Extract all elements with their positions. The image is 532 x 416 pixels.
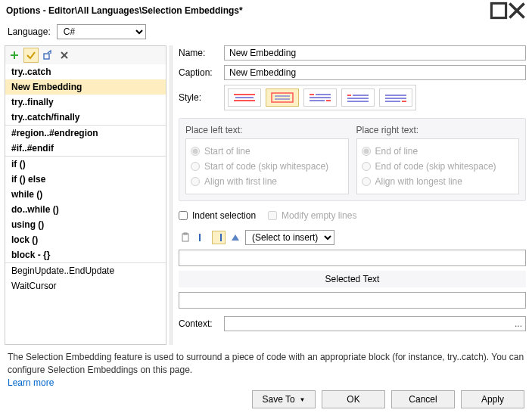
- list-item[interactable]: do..while (): [5, 202, 166, 217]
- add-icon[interactable]: [7, 48, 22, 63]
- place-right-box: Place right text: End of line End of cod…: [356, 125, 520, 194]
- check-icon[interactable]: [23, 48, 39, 63]
- triangle-up-icon[interactable]: [229, 231, 242, 244]
- list-item[interactable]: try..finally: [5, 95, 166, 110]
- right-opt-1-label: End of code (skip whitespace): [375, 161, 496, 172]
- list-item[interactable]: WaitCursor: [5, 278, 166, 293]
- list-toolbar: [5, 46, 166, 64]
- left-opt-1-label: Start of code (skip whitespace): [204, 161, 328, 172]
- style-5[interactable]: [379, 88, 412, 107]
- indent-label: Indent selection: [192, 210, 256, 221]
- maximize-icon[interactable]: [490, 3, 508, 18]
- language-select[interactable]: C#: [57, 24, 146, 39]
- indent-checkbox[interactable]: [179, 211, 188, 220]
- check-row: Indent selection Modify empty lines: [179, 210, 526, 221]
- caption-input[interactable]: [224, 65, 526, 80]
- list-item[interactable]: lock (): [5, 232, 166, 247]
- close-icon[interactable]: [508, 3, 526, 18]
- caption-label: Caption:: [179, 67, 218, 78]
- save-to-button[interactable]: Save To▼: [252, 390, 316, 408]
- top-text-input[interactable]: [179, 250, 526, 266]
- left-opt-0: [191, 147, 200, 156]
- style-3[interactable]: [303, 88, 337, 107]
- insert-toolbar: (Select to insert): [179, 230, 526, 245]
- apply-button[interactable]: Apply: [461, 390, 524, 408]
- place-left-box: Place left text: Start of line Start of …: [185, 125, 349, 194]
- svg-marker-31: [232, 234, 239, 241]
- ok-button[interactable]: OK: [322, 390, 385, 408]
- caret-left-icon[interactable]: [195, 231, 209, 244]
- language-row: Language: C#: [0, 21, 532, 45]
- selected-text-separator: Selected Text: [179, 271, 526, 287]
- right-opt-2: [362, 177, 371, 186]
- list-item[interactable]: try..catch/finally: [5, 110, 166, 125]
- cancel-button[interactable]: Cancel: [391, 390, 455, 408]
- delete-icon[interactable]: [57, 48, 72, 63]
- left-opt-1: [191, 162, 200, 171]
- titlebar: Options - Editor\All Languages\Selection…: [0, 0, 532, 21]
- right-opt-1: [362, 162, 371, 171]
- description-text: The Selection Embedding feature is used …: [8, 352, 524, 375]
- insert-dropdown[interactable]: (Select to insert): [245, 230, 334, 245]
- place-right-legend: Place right text:: [356, 125, 520, 135]
- list-item[interactable]: try..catch: [5, 64, 166, 79]
- style-4[interactable]: [341, 88, 375, 107]
- modify-checkbox: [268, 211, 277, 220]
- context-input[interactable]: ...: [224, 316, 526, 331]
- chevron-down-icon: ▼: [300, 396, 306, 403]
- list-item[interactable]: while (): [5, 187, 166, 202]
- modify-label: Modify empty lines: [282, 210, 356, 221]
- list-item[interactable]: if () else: [5, 172, 166, 187]
- list-item[interactable]: #if..#endif: [5, 141, 166, 156]
- svg-rect-0: [491, 3, 506, 17]
- right-opt-2-label: Align with longest line: [375, 176, 462, 187]
- left-opt-2: [191, 177, 200, 186]
- context-label: Context:: [179, 318, 218, 329]
- list-item[interactable]: using (): [5, 217, 166, 232]
- shortcut-icon[interactable]: [40, 48, 55, 63]
- description-area: The Selection Embedding feature is used …: [0, 345, 532, 389]
- right-opt-0: [362, 147, 371, 156]
- context-ellipsis-button[interactable]: ...: [515, 318, 522, 329]
- clipboard-icon[interactable]: [179, 231, 192, 244]
- svg-rect-28: [184, 233, 187, 234]
- learn-more-link[interactable]: Learn more: [8, 377, 54, 388]
- name-input[interactable]: [224, 45, 526, 61]
- list-item[interactable]: #region..#endregion: [5, 126, 166, 141]
- list-item[interactable]: block - {}: [5, 247, 166, 262]
- style-label: Style:: [179, 92, 218, 103]
- right-opt-0-label: End of line: [375, 146, 418, 157]
- list-item[interactable]: New Embedding: [5, 79, 166, 95]
- style-row: Style:: [179, 85, 526, 110]
- style-2[interactable]: [266, 88, 299, 107]
- place-left-legend: Place left text:: [185, 125, 349, 135]
- left-opt-0-label: Start of line: [204, 146, 250, 157]
- embedding-list[interactable]: try..catchNew Embeddingtry..finallytry..…: [5, 64, 166, 344]
- list-item[interactable]: if (): [5, 157, 166, 172]
- language-label: Language:: [8, 26, 51, 37]
- embedding-list-panel: try..catchNew Embeddingtry..finallytry..…: [5, 45, 166, 345]
- svg-rect-5: [44, 54, 49, 59]
- caption-row: Caption:: [179, 65, 526, 80]
- dialog-button-row: Save To▼ OK Cancel Apply: [252, 390, 524, 408]
- left-opt-2-label: Align with first line: [204, 176, 277, 187]
- name-label: Name:: [179, 48, 218, 58]
- place-text-group: Place left text: Start of line Start of …: [179, 118, 526, 201]
- style-button-group: [224, 85, 416, 110]
- caret-right-icon[interactable]: [212, 231, 226, 244]
- splitter[interactable]: [170, 45, 173, 345]
- list-item[interactable]: BeginUpdate..EndUpdate: [5, 263, 166, 278]
- svg-rect-11: [272, 93, 293, 102]
- name-row: Name:: [179, 45, 526, 61]
- style-1[interactable]: [228, 88, 261, 107]
- details-panel: Name: Caption: Style: Place left text: S…: [176, 45, 527, 345]
- window-title: Options - Editor\All Languages\Selection…: [6, 5, 490, 16]
- bottom-text-input[interactable]: [179, 292, 526, 309]
- context-row: Context: ...: [179, 316, 526, 331]
